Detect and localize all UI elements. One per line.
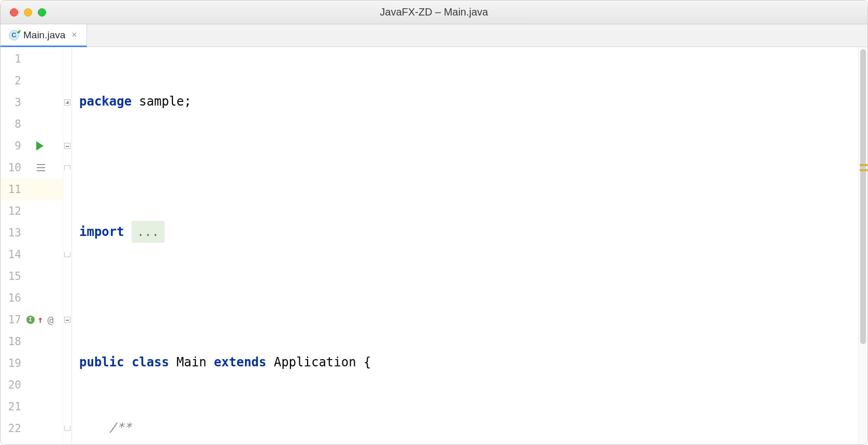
fold-region-end-icon[interactable] [64,252,70,257]
code-area[interactable]: package sample; import ... public class … [72,47,858,445]
line-number[interactable]: 13 [1,222,25,244]
line-number[interactable]: 17 [1,309,25,331]
line-number[interactable]: 1 [1,48,25,70]
run-gutter-icon[interactable] [36,141,44,151]
tab-label: Main.java [23,29,65,41]
line-number[interactable]: 10 [1,157,25,179]
window-title: JavaFX-ZD – Main.java [1,6,867,18]
line-number[interactable]: 14 [1,244,25,265]
line-number[interactable]: 16 [1,287,25,309]
editor[interactable]: 1 2 3 8 9 10 11 12 13 14 15 16 17I↑@ 18 … [1,47,867,445]
code-line[interactable] [79,156,858,177]
fold-region-start-icon[interactable] [64,165,70,170]
line-number[interactable]: 12 [1,200,25,222]
tab-main-java[interactable]: C Main.java × [1,24,87,47]
override-gutter-icon[interactable]: I [26,316,35,324]
code-line[interactable] [79,286,858,308]
gutter[interactable]: 1 2 3 8 9 10 11 12 13 14 15 16 17I↑@ 18 … [1,47,63,445]
line-number[interactable]: 9 [1,135,25,157]
line-number[interactable]: 21 [1,396,25,418]
line-number[interactable]: 19 [1,352,25,374]
fold-region-end-icon[interactable] [64,426,70,431]
scrollbar-thumb[interactable] [860,49,866,344]
error-stripe-scrollbar[interactable] [858,47,867,445]
paragraph-icon[interactable] [35,164,45,172]
tabbar: C Main.java × [1,24,867,47]
minimize-window-button[interactable] [24,8,32,17]
folded-imports[interactable]: ... [132,221,164,243]
warning-marker[interactable] [860,164,868,166]
zoom-window-button[interactable] [38,8,46,17]
fold-collapse-icon[interactable] [64,143,70,149]
line-number[interactable]: 11 [1,179,25,200]
code-line[interactable]: package sample; [79,91,858,112]
overrides-up-arrow-icon[interactable]: ↑ [38,309,44,331]
fold-column[interactable] [63,47,72,445]
line-number[interactable]: 8 [1,113,25,135]
fold-collapse-icon[interactable] [64,317,70,323]
at-icon: @ [47,309,53,331]
line-number[interactable]: 20 [1,374,25,396]
java-class-run-icon: C [9,30,19,40]
code-line[interactable]: import ... [79,221,858,243]
warning-marker[interactable] [860,169,868,171]
line-number[interactable]: 2 [1,70,25,92]
close-tab-button[interactable]: × [69,29,79,40]
line-number[interactable]: 3 [1,92,25,113]
line-number[interactable]: 15 [1,265,25,287]
titlebar: JavaFX-ZD – Main.java [1,1,867,24]
code-line[interactable]: public class Main extends Application { [79,351,858,373]
line-number[interactable]: 22 [1,418,25,439]
line-number[interactable]: 18 [1,331,25,352]
fold-expand-icon[interactable] [64,99,70,106]
code-line[interactable]: /** [79,417,858,438]
close-window-button[interactable] [10,8,18,17]
traffic-lights [10,8,46,17]
